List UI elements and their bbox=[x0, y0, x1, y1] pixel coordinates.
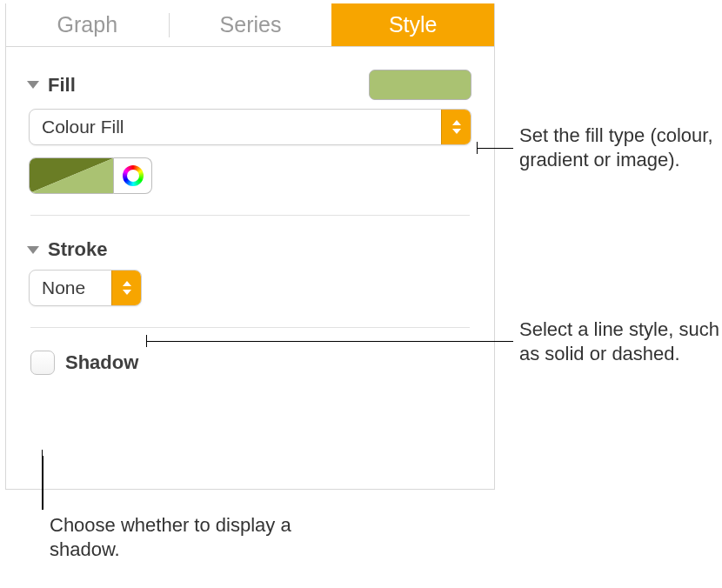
fill-section: Fill Colour Fill bbox=[6, 47, 494, 194]
popup-stepper-icon bbox=[111, 271, 141, 305]
callout-shadow: Choose whether to display a shadow. bbox=[50, 513, 293, 562]
inspector-tabs: Graph Series Style bbox=[6, 3, 494, 47]
stroke-section: Stroke None bbox=[6, 216, 494, 306]
fill-color-controls bbox=[29, 157, 471, 194]
shadow-label: Shadow bbox=[65, 351, 138, 374]
popup-stepper-icon bbox=[441, 110, 471, 144]
stroke-section-header: Stroke bbox=[29, 226, 471, 270]
leader-line bbox=[42, 456, 43, 510]
fill-type-value: Colour Fill bbox=[30, 117, 441, 137]
fill-title: Fill bbox=[48, 74, 76, 97]
leader-line bbox=[477, 148, 513, 149]
style-inspector-panel: Graph Series Style Fill Colour Fill bbox=[5, 3, 495, 490]
shadow-section: Shadow bbox=[6, 328, 494, 375]
fill-color-well[interactable] bbox=[29, 157, 114, 194]
chevron-down-icon[interactable] bbox=[27, 81, 39, 89]
leader-line bbox=[146, 341, 513, 342]
tab-label: Style bbox=[389, 12, 438, 37]
stroke-title: Stroke bbox=[48, 238, 107, 261]
tab-label: Series bbox=[220, 12, 282, 37]
stroke-style-popup[interactable]: None bbox=[29, 270, 142, 306]
callout-stroke-style: Select a line style, such as solid or da… bbox=[519, 317, 722, 366]
color-picker-button[interactable] bbox=[114, 157, 152, 194]
tab-style[interactable]: Style bbox=[331, 3, 494, 46]
fill-section-header: Fill bbox=[29, 57, 471, 109]
fill-color-swatch[interactable] bbox=[369, 70, 471, 100]
fill-type-popup[interactable]: Colour Fill bbox=[29, 109, 471, 145]
callout-fill-type: Set the fill type (colour, gradient or i… bbox=[519, 124, 722, 172]
tab-label: Graph bbox=[57, 12, 117, 37]
tab-series[interactable]: Series bbox=[170, 3, 332, 46]
color-wheel-icon bbox=[123, 165, 144, 186]
tab-graph[interactable]: Graph bbox=[6, 3, 169, 46]
stroke-style-value: None bbox=[30, 277, 111, 298]
chevron-down-icon[interactable] bbox=[27, 246, 39, 254]
shadow-checkbox[interactable] bbox=[30, 351, 55, 375]
